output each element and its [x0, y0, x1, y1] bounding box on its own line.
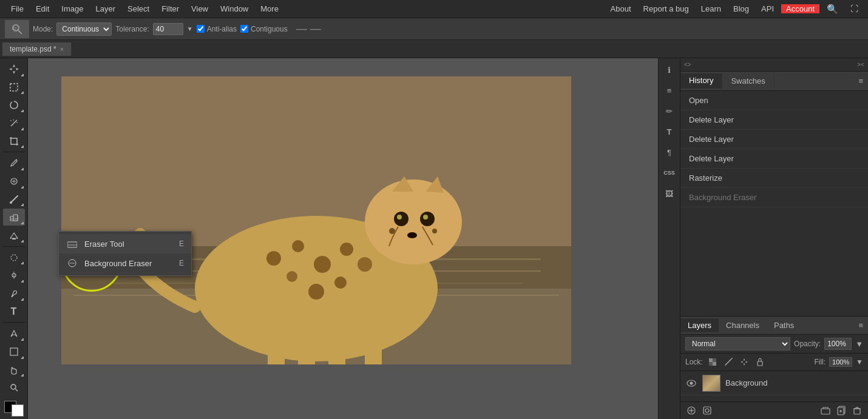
lock-brush-icon[interactable] [722, 356, 734, 368]
menu-account[interactable]: Account [781, 4, 819, 13]
blend-mode-select[interactable]: Normal Multiply Screen Overlay [685, 337, 790, 350]
pen-tool[interactable] [3, 285, 25, 302]
menu-filter[interactable]: Filter [155, 0, 185, 18]
search-icon[interactable]: 🔍 [822, 4, 843, 15]
tolerance-input[interactable] [153, 23, 183, 35]
history-item-delete-2[interactable]: Delete Layer [680, 130, 868, 149]
blur-tool[interactable] [3, 249, 25, 266]
menu-select[interactable]: Select [121, 0, 155, 18]
background-color[interactable] [12, 404, 24, 417]
tolerance-down-arrow[interactable]: ▼ [187, 25, 193, 32]
css-panel-icon[interactable]: CSS [660, 164, 679, 182]
antialias-checkbox[interactable] [197, 25, 205, 33]
menu-more[interactable]: More [254, 0, 285, 18]
image-panel-icon[interactable]: 🖼 [660, 184, 679, 203]
svg-point-33 [365, 179, 462, 264]
mode-select[interactable]: Continuous Once Find Edges [56, 22, 112, 36]
healing-brush-tool[interactable] [3, 173, 25, 190]
lock-move-icon[interactable] [738, 356, 750, 368]
collapse-right-icon[interactable]: >< [857, 61, 864, 68]
document-tab[interactable]: template.psd * × [2, 42, 72, 56]
delete-layer-button[interactable] [851, 404, 863, 417]
opacity-down-arrow[interactable]: ▼ [855, 340, 863, 349]
svg-point-46 [308, 284, 324, 300]
add-mask-button[interactable] [701, 404, 713, 417]
layers-panel-icon[interactable]: ≡ [660, 81, 679, 99]
history-item-delete-3[interactable]: Delete Layer [680, 149, 868, 169]
history-item-delete-1[interactable]: Delete Layer [680, 110, 868, 130]
svg-rect-65 [758, 361, 762, 366]
create-group-button[interactable] [819, 404, 832, 417]
lock-label: Lock: [685, 358, 703, 366]
add-layer-style-button[interactable] [685, 404, 697, 417]
background-eraser-option[interactable]: Background Eraser E [59, 253, 191, 273]
fill-tool[interactable] [3, 227, 25, 244]
eraser-tool[interactable] [3, 209, 25, 226]
menu-file[interactable]: File [5, 0, 30, 18]
tab-history[interactable]: History [680, 73, 722, 89]
history-item-bg-eraser[interactable]: Background Eraser [680, 188, 868, 207]
svg-rect-52 [365, 331, 382, 364]
menu-window[interactable]: Window [214, 0, 254, 18]
layer-visibility-toggle[interactable] [685, 377, 697, 389]
shape-tool[interactable] [3, 343, 25, 360]
layer-item-background[interactable]: Background [680, 371, 868, 395]
path-selection-tool[interactable] [3, 325, 25, 342]
menu-blog[interactable]: Blog [728, 4, 754, 13]
fullscreen-icon[interactable]: ⛶ [846, 4, 863, 13]
eyedropper-tool[interactable] [3, 155, 25, 172]
menu-image[interactable]: Image [55, 0, 89, 18]
fill-input[interactable] [829, 357, 852, 367]
history-item-open[interactable]: Open [680, 91, 868, 110]
contiguous-checkbox[interactable] [240, 25, 248, 33]
menu-view[interactable]: View [185, 0, 214, 18]
lock-checkerboard-icon[interactable] [707, 356, 719, 368]
dodge-tool[interactable] [3, 267, 25, 284]
toolbar-current-tool[interactable]: 15 [5, 20, 29, 38]
menu-layer[interactable]: Layer [90, 0, 122, 18]
opacity-input[interactable] [824, 338, 852, 350]
menu-learn[interactable]: Learn [696, 4, 726, 13]
tab-close-button[interactable]: × [60, 45, 64, 53]
history-menu-button[interactable]: ≡ [853, 74, 868, 88]
svg-rect-78 [854, 409, 860, 414]
info-panel-icon[interactable]: ℹ [660, 61, 679, 79]
tab-swatches[interactable]: Swatches [722, 74, 774, 88]
magic-wand-tool[interactable] [3, 115, 25, 132]
tab-channels[interactable]: Channels [719, 318, 767, 332]
lock-lock-icon[interactable] [754, 356, 766, 368]
move-tool[interactable] [3, 61, 25, 78]
fill-down-arrow[interactable]: ▼ [856, 358, 863, 366]
character-panel-icon[interactable]: T [660, 122, 679, 141]
canvas-area[interactable]: Eraser Tool E Background Eraser E [28, 58, 658, 419]
layers-menu-button[interactable]: ≡ [853, 318, 868, 332]
create-new-layer-button[interactable] [835, 404, 847, 417]
zoom-tool[interactable] [3, 379, 25, 396]
menu-edit[interactable]: Edit [30, 0, 55, 18]
text-tool[interactable]: T [3, 303, 25, 320]
brush-settings-icon[interactable]: ✏ [660, 102, 679, 120]
menu-api[interactable]: API [756, 4, 779, 13]
paragraph-panel-icon[interactable]: ¶ [660, 143, 679, 161]
hand-tool[interactable] [3, 361, 25, 378]
tab-paths[interactable]: Paths [767, 318, 801, 332]
color-swatches[interactable] [4, 401, 24, 417]
layers-section: Layers Channels Paths ≡ Normal Multiply … [680, 316, 868, 401]
left-toolbox: T [0, 58, 28, 419]
marquee-tool[interactable] [3, 79, 25, 96]
history-item-rasterize[interactable]: Rasterize [680, 169, 868, 188]
menu-report-bug[interactable]: Report a bug [639, 4, 694, 13]
menu-about[interactable]: About [606, 4, 636, 13]
eraser-tool-option[interactable]: Eraser Tool E [59, 234, 191, 253]
brush-tool[interactable] [3, 191, 25, 208]
crop-tool[interactable] [3, 133, 25, 150]
svg-rect-15 [13, 215, 18, 221]
svg-point-22 [11, 384, 16, 389]
collapse-left-icon[interactable]: <> [684, 61, 691, 68]
background-eraser-icon [66, 257, 78, 269]
svg-point-40 [407, 232, 417, 238]
layer-list: Background [680, 371, 868, 401]
lasso-tool[interactable] [3, 96, 25, 113]
svg-rect-55 [67, 242, 77, 247]
tab-layers[interactable]: Layers [680, 318, 719, 332]
